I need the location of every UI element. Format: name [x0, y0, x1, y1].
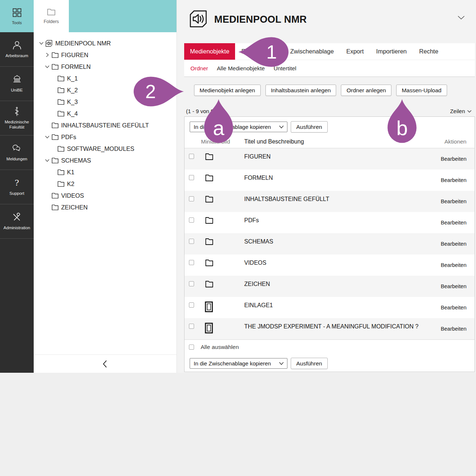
- svg-text:?: ?: [15, 178, 19, 187]
- edit-link[interactable]: Bearbeiten: [441, 220, 466, 226]
- edit-link[interactable]: Bearbeiten: [441, 283, 466, 289]
- row-title[interactable]: VIDEOS: [244, 254, 423, 276]
- tree-item-inhaltsbausteine-gefuellt[interactable]: INHALTSBAUSTEINE GEFÜLLT: [34, 119, 176, 131]
- tree-item-schemas[interactable]: SCHEMAS: [34, 155, 176, 166]
- tree-item-label: ZEICHEN: [61, 204, 88, 211]
- folder-icon: [51, 157, 61, 164]
- table-row: FIGUREN Bearbeiten: [185, 148, 475, 170]
- rail-item-meldungen[interactable]: Meldungen: [0, 135, 34, 170]
- create-folder-button[interactable]: Ordner anlegen: [341, 85, 391, 96]
- select-all-checkbox[interactable]: [189, 345, 194, 350]
- row-checkbox[interactable]: [189, 154, 194, 159]
- table-row: EINLAGE1 Bearbeiten: [185, 297, 475, 318]
- row-title[interactable]: ZEICHEN: [244, 276, 423, 297]
- tree-item-k1[interactable]: K1: [34, 166, 176, 178]
- subtab-bar: Ordner Alle Medienobjekte Untertitel: [184, 60, 475, 77]
- rail-item-label: Meldungen: [7, 156, 27, 161]
- chevron-down-icon[interactable]: [43, 134, 51, 140]
- rail-item-label: Administration: [4, 225, 30, 230]
- edit-link[interactable]: Bearbeiten: [441, 326, 466, 332]
- row-title[interactable]: THE JMODSP EXPERIMENT - A MEANINGFUL MOD…: [244, 318, 423, 339]
- chevron-down-icon[interactable]: [43, 64, 51, 69]
- select-all-label: Alle auswählen: [201, 344, 239, 350]
- tree-item-formeln[interactable]: FORMELN: [34, 61, 176, 72]
- folder-icon: [57, 181, 67, 187]
- row-checkbox[interactable]: [189, 196, 194, 201]
- execute-button[interactable]: Ausführen: [291, 121, 328, 133]
- tab-importieren[interactable]: Importieren: [370, 43, 413, 60]
- edit-link[interactable]: Bearbeiten: [441, 177, 466, 183]
- rail-item-unibe[interactable]: UniBE: [0, 67, 34, 101]
- tab-zwischenablage[interactable]: Zwischenablage: [284, 43, 340, 60]
- rows-dropdown-label: Zeilen: [450, 108, 465, 114]
- row-checkbox[interactable]: [189, 324, 194, 329]
- rows-dropdown[interactable]: Zeilen: [450, 108, 472, 114]
- collapse-header-chevron-down-icon[interactable]: [457, 15, 465, 21]
- tree-item-label: SOFTWARE_MODULES: [67, 145, 134, 152]
- edit-link[interactable]: Bearbeiten: [441, 262, 466, 268]
- marker-label: a: [213, 118, 224, 138]
- row-title[interactable]: PDFs: [244, 212, 423, 233]
- tree-item-videos[interactable]: VIDEOS: [34, 190, 176, 201]
- row-title[interactable]: EINLAGE1: [244, 297, 423, 318]
- edit-link[interactable]: Bearbeiten: [441, 305, 466, 310]
- folder-icon: [51, 122, 61, 129]
- edit-link[interactable]: Bearbeiten: [441, 241, 466, 247]
- folder-icon: [205, 238, 214, 247]
- tree-item-software_modules[interactable]: SOFTWARE_MODULES: [34, 143, 176, 155]
- chevron-down-icon[interactable]: [37, 41, 45, 46]
- left-icon-rail: Tools Arbeitsraum UniBE: [0, 0, 34, 373]
- tree-item-figuren[interactable]: FIGUREN: [34, 49, 176, 61]
- row-checkbox[interactable]: [189, 260, 194, 265]
- marker-label: 2: [145, 82, 156, 101]
- execute-button[interactable]: Ausführen: [291, 358, 328, 369]
- tab-folders[interactable]: Folders: [34, 0, 69, 32]
- edit-link[interactable]: Bearbeiten: [441, 198, 466, 204]
- rail-item-medizinische-fakultaet[interactable]: Medizinische Fakultät: [0, 101, 34, 135]
- row-checkbox[interactable]: [189, 281, 194, 286]
- tree-item-pdfs[interactable]: PDFs: [34, 131, 176, 143]
- row-checkbox[interactable]: [189, 217, 194, 223]
- tree-item-label: K1: [67, 169, 74, 176]
- row-checkbox[interactable]: [189, 175, 194, 180]
- rail-item-administration[interactable]: Administration: [0, 204, 34, 239]
- collapse-tree-chevron-left-icon[interactable]: [101, 360, 109, 368]
- tree-item-zeichen[interactable]: ZEICHEN: [34, 201, 176, 213]
- bulk-action-select[interactable]: In die Zwischenablage kopieren: [190, 358, 287, 369]
- chevron-down-icon: [279, 125, 284, 129]
- tree-item-k_4[interactable]: K_4: [34, 108, 176, 119]
- row-checkbox[interactable]: [189, 239, 194, 244]
- media-object-icon: [205, 323, 213, 335]
- chevron-down-icon[interactable]: [43, 158, 51, 163]
- rail-item-tools[interactable]: Tools: [0, 0, 34, 32]
- tree-item-label: PDFs: [61, 134, 76, 141]
- folder-icon: [51, 52, 61, 59]
- bulk-upload-button[interactable]: Massen-Upload: [396, 85, 447, 96]
- create-content-snippet-button[interactable]: Inhaltsbaustein anlegen: [265, 85, 336, 96]
- table-row: VIDEOS Bearbeiten: [185, 254, 475, 276]
- table-body: FIGUREN Bearbeiten FORMELN Bearbeiten: [185, 148, 475, 339]
- tree-item-k2[interactable]: K2: [34, 178, 176, 190]
- chevron-right-icon[interactable]: [43, 52, 51, 57]
- edit-link[interactable]: Bearbeiten: [441, 156, 466, 162]
- create-media-object-button[interactable]: Medienobjekt anlegen: [194, 85, 261, 96]
- object-header: MEDIENPOOL NMR: [189, 10, 307, 29]
- rail-item-arbeitsraum[interactable]: Arbeitsraum: [0, 32, 34, 67]
- tab-rechte[interactable]: Rechte: [413, 43, 445, 60]
- tab-export[interactable]: Export: [340, 43, 370, 60]
- subtab-ordner[interactable]: Ordner: [186, 65, 212, 72]
- row-title[interactable]: FIGUREN: [244, 148, 423, 170]
- folder-icon: [205, 280, 214, 290]
- row-title[interactable]: INHALTSBAUSTEINE GEFÜLLT: [244, 191, 423, 212]
- tree-item-medienpool-nmr[interactable]: MEDIENPOOL NMR: [34, 37, 176, 49]
- annotation-marker-1: 1: [237, 36, 289, 68]
- row-title[interactable]: FORMELN: [244, 170, 423, 191]
- rail-item-support[interactable]: ? Support: [0, 170, 34, 204]
- media-object-icon: [205, 301, 213, 314]
- tab-medienobjekte[interactable]: Medienobjekte: [184, 43, 235, 60]
- folder-icon: [205, 195, 214, 205]
- row-title[interactable]: SCHEMAS: [244, 233, 423, 254]
- annotation-marker-b: b: [386, 98, 418, 144]
- row-checkbox[interactable]: [189, 302, 194, 308]
- question-mark-icon: ?: [12, 178, 22, 188]
